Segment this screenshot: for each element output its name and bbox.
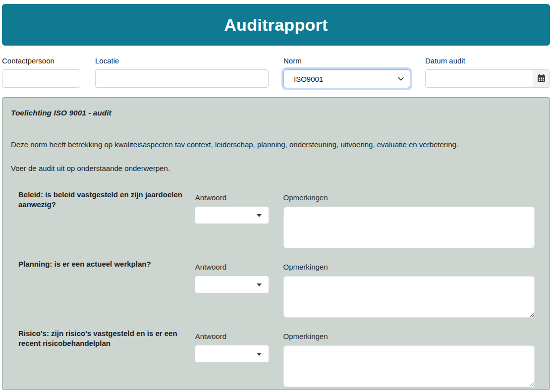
- norm-field: Norm ISO9001: [283, 56, 410, 88]
- caret-down-icon: [257, 353, 262, 356]
- page-title-banner: Auditrapport: [2, 4, 550, 46]
- antwoord-label: Antwoord: [195, 259, 269, 271]
- top-form: Contactpersoon Locatie Norm ISO9001 Datu: [2, 56, 550, 88]
- datum-audit-field: Datum audit: [425, 56, 550, 88]
- antwoord-label: Antwoord: [195, 190, 269, 202]
- opmerkingen-label: Opmerkingen: [283, 329, 535, 340]
- opmerkingen-label: Opmerkingen: [283, 190, 535, 202]
- caret-down-icon: [257, 283, 262, 286]
- datum-audit-label: Datum audit: [425, 56, 550, 65]
- antwoord-dropdown[interactable]: [195, 276, 269, 293]
- caret-down-icon: [257, 214, 262, 217]
- question-label: Risico's: zijn risico's vastgesteld en i…: [18, 329, 195, 348]
- antwoord-dropdown[interactable]: [195, 345, 269, 362]
- contactpersoon-label: Contactpersoon: [2, 56, 80, 65]
- remarks-column: Opmerkingen: [283, 259, 535, 318]
- remarks-column: Opmerkingen: [283, 329, 535, 387]
- question-row-planning: Planning: is er een actueel werkplan? An…: [18, 259, 535, 318]
- locatie-field: Locatie: [95, 56, 269, 88]
- datum-audit-group: [425, 69, 550, 88]
- locatie-label: Locatie: [95, 56, 269, 65]
- antwoord-label: Antwoord: [195, 329, 269, 340]
- contactpersoon-input[interactable]: [2, 69, 80, 88]
- contactpersoon-field: Contactpersoon: [2, 56, 80, 88]
- question-row-risicos: Risico's: zijn risico's vastgesteld en i…: [18, 329, 535, 387]
- datepicker-button[interactable]: [533, 70, 550, 87]
- norm-select[interactable]: ISO9001: [283, 69, 410, 88]
- panel-intro-text: Deze norm heeft betrekking op kwaliteisa…: [11, 140, 535, 149]
- panel-title: Toelichting ISO 9001 - audit: [11, 109, 535, 117]
- answer-column: Antwoord: [195, 259, 269, 293]
- remarks-column: Opmerkingen: [283, 190, 535, 248]
- opmerkingen-textarea[interactable]: [283, 276, 535, 318]
- panel-instruction-text: Voer de audit uit op onderstaande onderw…: [11, 164, 535, 173]
- opmerkingen-label: Opmerkingen: [283, 259, 535, 271]
- answer-column: Antwoord: [195, 329, 269, 362]
- question-row-beleid: Beleid: is beleid vastgesteld en zijn ja…: [18, 190, 535, 248]
- antwoord-dropdown[interactable]: [195, 207, 269, 224]
- auditrapport-page: Auditrapport Contactpersoon Locatie Norm…: [0, 0, 552, 392]
- norm-label: Norm: [283, 56, 410, 65]
- opmerkingen-textarea[interactable]: [283, 345, 535, 387]
- locatie-input[interactable]: [95, 69, 269, 88]
- norm-select-wrap: ISO9001: [283, 69, 410, 88]
- answer-column: Antwoord: [195, 190, 269, 224]
- question-label: Planning: is er een actueel werkplan?: [18, 259, 195, 269]
- calendar-icon: [537, 74, 546, 84]
- question-label: Beleid: is beleid vastgesteld en zijn ja…: [18, 190, 195, 210]
- opmerkingen-textarea[interactable]: [283, 207, 535, 248]
- page-title: Auditrapport: [224, 15, 328, 35]
- datum-audit-input[interactable]: [426, 70, 533, 87]
- toelichting-panel: Toelichting ISO 9001 - audit Deze norm h…: [2, 97, 550, 390]
